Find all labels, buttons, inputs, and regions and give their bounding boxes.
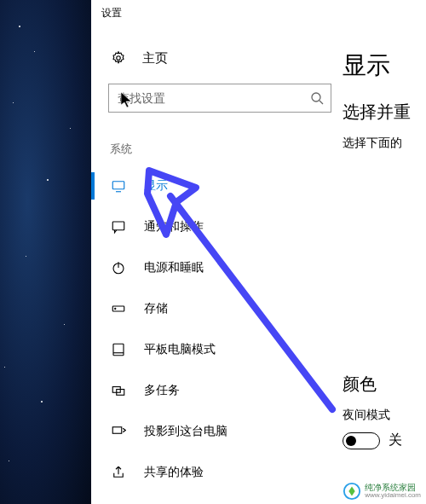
sidebar-nav-list: 显示 通知和操作: [91, 165, 343, 504]
sidebar-item-remote-desktop[interactable]: 远程桌面: [91, 493, 343, 504]
svg-point-1: [312, 93, 320, 101]
sidebar-item-power-sleep[interactable]: 电源和睡眠: [91, 247, 343, 288]
svg-line-2: [320, 101, 323, 104]
svg-point-0: [117, 56, 121, 61]
svg-rect-10: [113, 344, 124, 356]
sidebar-item-projecting[interactable]: 投影到这台电脑: [91, 411, 343, 452]
watermark: 纯净系统家园 www.yidaimei.com: [343, 482, 421, 501]
sidebar-item-home[interactable]: 主页: [91, 26, 343, 67]
message-icon: [110, 218, 127, 235]
share-icon: [110, 464, 127, 481]
night-mode-label: 夜间模式: [343, 408, 426, 423]
monitor-icon: [110, 177, 127, 194]
sidebar-section-title: 系统: [110, 142, 343, 157]
settings-sidebar: 主页 系统: [91, 26, 343, 504]
window-title: 设置: [101, 6, 122, 20]
sidebar-item-label: 主页: [142, 50, 168, 67]
sidebar-item-label: 电源和睡眠: [144, 260, 204, 275]
content-desc: 选择下面的: [343, 136, 426, 151]
svg-rect-3: [112, 182, 124, 189]
cursor-icon: [121, 92, 135, 109]
sidebar-item-tablet-mode[interactable]: 平板电脑模式: [91, 329, 343, 370]
sidebar-item-label: 平板电脑模式: [144, 342, 216, 357]
sidebar-item-label: 显示: [144, 178, 168, 194]
page-title: 显示: [343, 49, 426, 82]
sidebar-item-label: 通知和操作: [144, 219, 204, 235]
sidebar-item-label: 多任务: [144, 383, 180, 398]
search-input[interactable]: [118, 91, 310, 105]
svg-point-9: [115, 308, 116, 309]
night-mode-toggle[interactable]: [343, 432, 380, 449]
search-icon: [310, 91, 324, 105]
sidebar-item-notifications[interactable]: 通知和操作: [91, 206, 343, 247]
watermark-logo-icon: [343, 482, 361, 501]
window-title-bar: 设置: [91, 0, 426, 26]
desktop-wallpaper: [0, 0, 91, 504]
gear-icon: [110, 49, 127, 67]
content-subheading: 选择并重: [343, 101, 426, 124]
sidebar-item-label: 共享的体验: [144, 465, 204, 480]
multitask-icon: [110, 382, 127, 399]
svg-rect-14: [112, 427, 122, 434]
tablet-icon: [110, 341, 127, 358]
svg-rect-5: [112, 222, 124, 230]
sidebar-item-storage[interactable]: 存储: [91, 288, 343, 329]
project-icon: [110, 423, 127, 440]
sidebar-item-display[interactable]: 显示: [91, 165, 343, 206]
color-section-title: 颜色: [343, 373, 426, 396]
settings-window: 设置 主页: [91, 0, 426, 504]
watermark-url: www.yidaimei.com: [365, 492, 421, 500]
sidebar-item-multitasking[interactable]: 多任务: [91, 370, 343, 411]
search-box[interactable]: [108, 84, 331, 113]
sidebar-item-label: 投影到这台电脑: [144, 424, 227, 439]
sidebar-item-label: 存储: [144, 301, 168, 316]
content-pane: 显示 选择并重 选择下面的 颜色 夜间模式 关: [343, 26, 426, 504]
night-mode-state: 关: [389, 432, 402, 449]
power-icon: [110, 259, 127, 276]
sidebar-item-shared-experiences[interactable]: 共享的体验: [91, 452, 343, 493]
storage-icon: [110, 300, 127, 317]
